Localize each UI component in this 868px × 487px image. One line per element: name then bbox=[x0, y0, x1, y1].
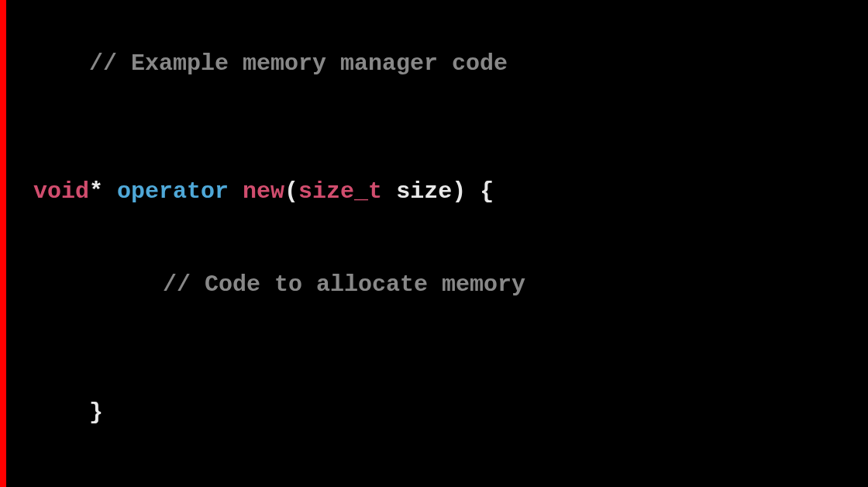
brace-open: { bbox=[466, 178, 494, 205]
keyword-new: new bbox=[229, 178, 284, 205]
code-line-comment-header: // Example memory manager code bbox=[33, 12, 868, 116]
comment-text: // Example memory manager code bbox=[89, 50, 508, 77]
keyword-operator: operator bbox=[103, 178, 229, 205]
comment-text: // Code to allocate memory bbox=[163, 271, 525, 298]
brace-close: } bbox=[89, 399, 103, 426]
paren-open: ( bbox=[284, 178, 298, 205]
code-line-allocate-comment: // Code to allocate memory bbox=[33, 233, 868, 337]
code-line-new-signature: void* operator new(size_t size) { bbox=[33, 174, 868, 209]
blank-line bbox=[33, 140, 868, 174]
keyword-void: void bbox=[33, 178, 89, 205]
paren-close: ) bbox=[452, 178, 466, 205]
param-size: size bbox=[382, 178, 452, 205]
pointer-star: * bbox=[89, 178, 103, 205]
code-line-brace-close: } bbox=[33, 361, 868, 465]
code-block: // Example memory manager code void* ope… bbox=[33, 12, 868, 487]
type-sizet: size_t bbox=[298, 178, 382, 205]
